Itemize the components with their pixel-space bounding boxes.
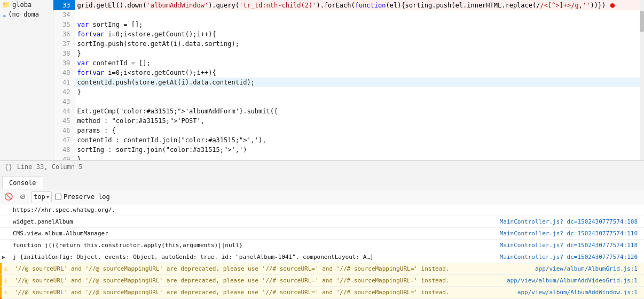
log-link-7[interactable]: app/view/album/AlbumAddWindow.js:1 [517, 288, 642, 297]
log-text-7: '//@ sourceURL' and '//@ sourceMappingUR… [14, 288, 517, 297]
code-line-34: 34 [53, 10, 644, 20]
log-icon-4: ▶ [2, 252, 11, 262]
preserve-log-label: Preserve log [64, 193, 110, 201]
log-icon-5: ⚠ [4, 264, 12, 273]
line-number-37: 37 [53, 39, 75, 49]
line-number-41: 41 [53, 78, 75, 87]
code-line-45: 45 method : "color:#a31515;">'POST', [53, 116, 644, 126]
code-line-41: 41 contentId.push(store.getAt(i).data.co… [53, 78, 644, 87]
code-line-35: 35var sortIng = []; [53, 20, 644, 29]
line-number-33: 33 [53, 0, 75, 10]
code-line-43: 43 [53, 97, 644, 106]
line-number-48: 48 [53, 145, 75, 155]
log-link-6[interactable]: app/view/album/AlbumAddVideoGrid.js:1 [507, 276, 642, 285]
line-number-40: 40 [53, 68, 75, 78]
log-text-5: '//@ sourceURL' and '//@ sourceMappingUR… [14, 264, 524, 273]
filter-top-label: top [34, 193, 45, 201]
code-line-44: 44Ext.getCmp("color:#a31515;">'albumAddF… [53, 106, 644, 116]
line-content-34 [75, 10, 644, 20]
code-line-38: 38} [53, 49, 644, 58]
log-text-0: https://xhr.spec.whatwg.org/. [13, 205, 642, 214]
line-number-43: 43 [53, 97, 75, 106]
code-line-46: 46 params : { [53, 126, 644, 135]
code-editor: 33grid.getEl().down('albumAddWindow').qu… [53, 0, 644, 160]
clear-console-button[interactable]: 🚫 [3, 191, 14, 202]
log-row-1: widget.panelAlbumMainController.js? dc=1… [0, 216, 644, 228]
line-content-33: grid.getEl().down('albumAddWindow').quer… [75, 0, 644, 10]
scrollbar-thumb [640, 11, 644, 32]
line-content-41: contentId.push(store.getAt(i).data.conte… [75, 78, 644, 87]
log-row-5: ⚠'//@ sourceURL' and '//@ sourceMappingU… [0, 263, 644, 275]
log-icon-7: ⚠ [4, 288, 12, 297]
line-content-38: } [75, 49, 644, 58]
line-number-42: 42 [53, 87, 75, 97]
line-content-37: sortIng.push(store.getAt(i).data.sorting… [75, 39, 644, 49]
console-panel: Console 🚫 ⊘ top ▼ Preserve log https://x… [0, 173, 644, 299]
line-number-39: 39 [53, 58, 75, 68]
preserve-log-checkbox[interactable] [55, 194, 61, 200]
log-row-0: https://xhr.spec.whatwg.org/. [0, 204, 644, 216]
log-link-3[interactable]: MainController.js? dc=1502430777574:118 [500, 241, 642, 250]
log-link-5[interactable]: app/view/album/AlbumGrid.js:1 [524, 264, 642, 273]
code-line-42: 42} [53, 87, 644, 97]
log-row-2: CMS.view.album.AlbumManagerMainControlle… [0, 228, 644, 240]
line-number-44: 44 [53, 106, 75, 116]
line-content-48: sortIng : sortIng.join("color:#a31515;">… [75, 145, 644, 155]
code-line-47: 47 contentId : contentId.join("color:#a3… [53, 135, 644, 145]
status-position: Line 33, Column 5 [17, 163, 83, 171]
line-number-38: 38 [53, 49, 75, 58]
preserve-log-area: Preserve log [55, 193, 110, 201]
sidebar-item-globa[interactable]: 📁 globa [0, 0, 53, 10]
log-link-1[interactable]: MainController.js? dc=1502430777574:108 [500, 217, 642, 226]
sidebar-panel: 📁 globa ☁ (no doma [0, 0, 53, 160]
line-content-43 [75, 97, 644, 106]
log-row-4: ▶j {initialConfig: Object, events: Objec… [0, 251, 644, 263]
code-line-37: 37 sortIng.push(store.getAt(i).data.sort… [53, 39, 644, 49]
line-content-40: for(var i=0;i<store.getCount();i++){ [75, 68, 644, 78]
sidebar-label-nodoma: (no doma [8, 11, 39, 18]
vertical-scrollbar[interactable] [640, 0, 644, 160]
log-text-1: widget.panelAlbum [13, 217, 500, 226]
line-number-46: 46 [53, 126, 75, 135]
line-content-42: } [75, 87, 644, 97]
error-indicator: ● [606, 1, 615, 9]
line-number-36: 36 [53, 29, 75, 39]
line-content-49: }, [75, 155, 644, 160]
sidebar-label-globa: globa [12, 1, 32, 9]
log-row-3: function j(){return this.constructor.app… [0, 240, 644, 251]
code-line-33: 33grid.getEl().down('albumAddWindow').qu… [53, 0, 644, 10]
console-output[interactable]: https://xhr.spec.whatwg.org/.widget.pane… [0, 204, 644, 299]
brace-icon: {} [4, 163, 13, 171]
line-number-47: 47 [53, 135, 75, 145]
context-filter-dropdown[interactable]: top ▼ [31, 191, 52, 202]
editor-scroll[interactable]: 33grid.getEl().down('albumAddWindow').qu… [53, 0, 644, 160]
log-text-4: j {initialConfig: Object, events: Object… [13, 252, 500, 262]
log-text-2: CMS.view.album.AlbumManager [13, 229, 500, 238]
line-content-46: params : { [75, 126, 644, 135]
line-content-39: var contentId = []; [75, 58, 644, 68]
line-content-44: Ext.getCmp("color:#a31515;">'albumAddFor… [75, 106, 644, 116]
log-text-6: '//@ sourceURL' and '//@ sourceMappingUR… [14, 276, 507, 285]
line-number-45: 45 [53, 116, 75, 126]
log-link-4[interactable]: MainController.js? dc=1502430777574:120 [500, 252, 642, 262]
log-text-3: function j(){return this.constructor.app… [13, 241, 500, 250]
log-link-2[interactable]: MainController.js? dc=1502430777574:110 [500, 229, 642, 238]
tab-console[interactable]: Console [2, 177, 43, 189]
line-number-34: 34 [53, 10, 75, 20]
log-row-7: ⚠'//@ sourceURL' and '//@ sourceMappingU… [0, 287, 644, 298]
code-line-48: 48 sortIng : sortIng.join("color:#a31515… [53, 145, 644, 155]
line-content-36: for(var i=0;i<store.getCount();i++){ [75, 29, 644, 39]
code-line-39: 39var contentId = []; [53, 58, 644, 68]
status-bar: {} Line 33, Column 5 [0, 160, 644, 173]
line-content-47: contentId : contentId.join("color:#a3151… [75, 135, 644, 145]
log-row-6: ⚠'//@ sourceURL' and '//@ sourceMappingU… [0, 275, 644, 287]
filter-button[interactable]: ⊘ [17, 191, 28, 202]
editor-area: 📁 globa ☁ (no doma 33grid.getEl().down('… [0, 0, 644, 160]
console-tabs: Console [0, 173, 644, 189]
line-content-45: method : "color:#a31515;">'POST', [75, 116, 644, 126]
code-line-36: 36for(var i=0;i<store.getCount();i++){ [53, 29, 644, 39]
code-line-40: 40for(var i=0;i<store.getCount();i++){ [53, 68, 644, 78]
line-content-35: var sortIng = []; [75, 20, 644, 29]
sidebar-item-nodoma[interactable]: ☁ (no doma [0, 10, 53, 19]
line-number-35: 35 [53, 20, 75, 29]
